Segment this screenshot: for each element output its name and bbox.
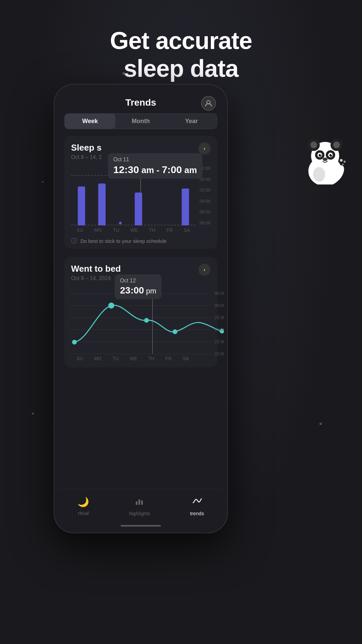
tooltip2-date: Oct 12 bbox=[120, 278, 156, 284]
phone-screen: Trends Week Month Year Sleep s Oct 8 – 1… bbox=[58, 88, 224, 529]
nav-highlights-label: highlights bbox=[129, 511, 150, 516]
tooltip2-time: 23:00 pm bbox=[120, 285, 156, 296]
bar-mo bbox=[98, 166, 106, 225]
bottom-nav: 🌙 ritual highlights bbox=[58, 489, 224, 529]
nav-trends[interactable]: trends bbox=[190, 496, 204, 516]
bt-x-su: SU bbox=[76, 356, 83, 361]
star-dec bbox=[42, 181, 44, 183]
x-label-su: SU bbox=[77, 227, 83, 233]
bt-x-tu: TU bbox=[113, 356, 119, 361]
bt-x-we: WE bbox=[130, 356, 137, 361]
svg-point-30 bbox=[144, 318, 149, 323]
avatar-button[interactable] bbox=[201, 96, 216, 111]
star-dec bbox=[32, 413, 34, 415]
panda-mascot bbox=[302, 138, 349, 184]
nav-highlights[interactable]: highlights bbox=[129, 496, 150, 516]
svg-point-29 bbox=[108, 303, 114, 309]
y-label-5: 08:00 bbox=[196, 220, 210, 225]
y-label-2: 02:00 bbox=[196, 187, 210, 193]
period-tabs: Week Month Year bbox=[64, 113, 217, 129]
x-label-th: TH bbox=[149, 227, 156, 233]
tab-week[interactable]: Week bbox=[65, 114, 115, 129]
x-axis-bedtime: SU MO TU WE TH FR SA bbox=[71, 356, 194, 361]
svg-text:22:00: 22:00 bbox=[215, 351, 224, 356]
bedtime-arrow[interactable]: › bbox=[198, 264, 210, 276]
svg-rect-40 bbox=[138, 499, 140, 505]
bt-x-sa: SA bbox=[183, 356, 189, 361]
x-label-mo: MO bbox=[94, 227, 102, 233]
svg-point-14 bbox=[323, 158, 327, 161]
bedtime-tooltip: Oct 12 23:00 pm bbox=[115, 274, 162, 299]
sleep-arrow[interactable]: › bbox=[198, 143, 210, 155]
nav-indicator bbox=[121, 525, 161, 527]
phone-frame: Trends Week Month Year Sleep s Oct 8 – 1… bbox=[54, 84, 228, 533]
tab-month[interactable]: Month bbox=[115, 114, 166, 129]
svg-point-3 bbox=[310, 142, 317, 148]
bt-x-fr: FR bbox=[166, 356, 172, 361]
y-label-4: 06:00 bbox=[196, 209, 210, 214]
x-label-we: WE bbox=[130, 227, 138, 233]
bar-su bbox=[78, 166, 85, 225]
svg-rect-41 bbox=[141, 500, 143, 505]
advice-row: ⓘ Do best to stick to your sleep schedul… bbox=[71, 237, 210, 245]
sleep-title: Sleep s bbox=[71, 143, 210, 153]
svg-point-28 bbox=[72, 340, 77, 344]
svg-point-18 bbox=[344, 161, 346, 163]
advice-text: Do best to stick to your sleep schedule bbox=[80, 238, 167, 244]
tooltip-date: Oct 11 bbox=[113, 157, 197, 163]
info-icon: ⓘ bbox=[71, 237, 77, 245]
svg-text:00:00: 00:00 bbox=[215, 303, 224, 308]
sleep-tooltip: Oct 11 12:30 am - 7:00 am bbox=[108, 153, 202, 179]
x-axis-sleep: SU MO TU WE TH FR SA bbox=[71, 227, 196, 233]
svg-text:22:30: 22:30 bbox=[215, 339, 224, 344]
x-label-fr: FR bbox=[167, 227, 173, 233]
screen-header: Trends bbox=[58, 88, 224, 113]
svg-point-17 bbox=[340, 159, 343, 162]
hero-title: Get accurate sleep data bbox=[0, 27, 362, 83]
svg-point-5 bbox=[333, 142, 340, 148]
screen-title: Trends bbox=[125, 97, 156, 108]
svg-rect-39 bbox=[136, 501, 137, 505]
svg-point-19 bbox=[342, 164, 344, 165]
svg-point-12 bbox=[320, 154, 321, 155]
bedtime-section: Went to bed Oct 8 – 14, 2024 › Oct 12 23… bbox=[64, 257, 217, 367]
svg-text:00:30: 00:30 bbox=[215, 291, 224, 296]
bt-x-mo: MO bbox=[94, 356, 102, 361]
ritual-icon: 🌙 bbox=[77, 496, 89, 507]
highlights-icon bbox=[135, 496, 144, 508]
y-label-3: 04:00 bbox=[196, 199, 210, 204]
tab-year[interactable]: Year bbox=[166, 114, 217, 129]
sleep-schedule-section: Sleep s Oct 8 – 14, 2 › Oct 11 12:30 am … bbox=[64, 136, 217, 249]
svg-point-13 bbox=[331, 154, 332, 155]
tooltip-time: 12:30 am - 7:00 am bbox=[113, 164, 197, 175]
bedtime-title: Went to bed bbox=[71, 264, 210, 274]
x-label-sa: SA bbox=[184, 227, 190, 233]
bt-x-th: TH bbox=[148, 356, 155, 361]
trends-icon bbox=[192, 496, 202, 508]
star-dec bbox=[319, 423, 322, 425]
svg-point-31 bbox=[173, 329, 177, 334]
svg-point-16 bbox=[313, 167, 325, 182]
nav-ritual-label: ritual bbox=[78, 510, 89, 516]
svg-text:23:00: 23:00 bbox=[215, 327, 224, 332]
x-label-tu: TU bbox=[113, 227, 119, 233]
nav-ritual[interactable]: 🌙 ritual bbox=[77, 496, 89, 516]
screen-content: Trends Week Month Year Sleep s Oct 8 – 1… bbox=[58, 88, 224, 489]
nav-trends-label: trends bbox=[190, 511, 204, 516]
svg-text:23:30: 23:30 bbox=[215, 315, 224, 320]
